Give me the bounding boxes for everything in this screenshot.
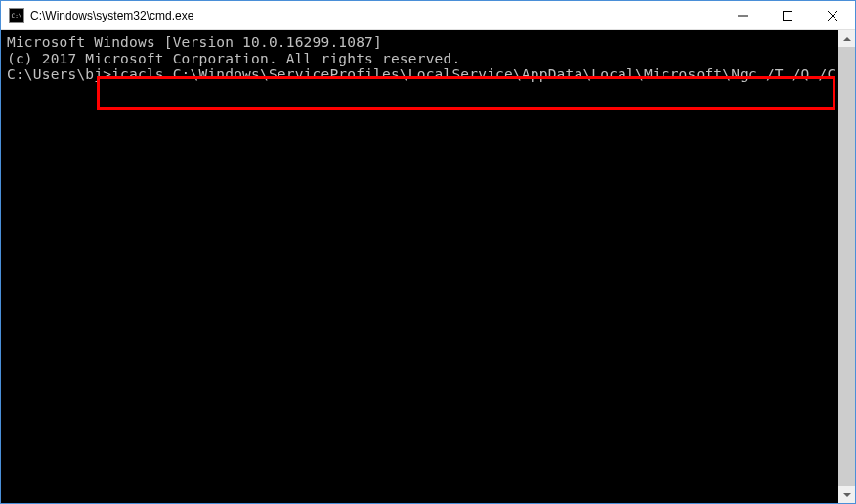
maximize-icon [783,11,792,21]
cmd-window: C:\Windows\system32\cmd.exe Microsoft [0,0,856,504]
cmd-icon [9,8,24,23]
vertical-scrollbar[interactable] [838,30,855,503]
minimize-button[interactable] [720,1,765,29]
close-icon [828,11,837,21]
console-prompt: C:\Users\bj> [7,66,111,82]
maximize-button[interactable] [765,1,810,29]
scrollbar-thumb[interactable] [838,47,855,486]
close-button[interactable] [810,1,855,29]
console-output-line: (c) 2017 Microsoft Corporation. All righ… [7,51,849,67]
window-title: C:\Windows\system32\cmd.exe [30,9,720,22]
scrollbar-up-button[interactable] [838,30,855,47]
scrollbar-down-button[interactable] [838,486,855,503]
console-area[interactable]: Microsoft Windows [Version 10.0.16299.10… [1,30,855,503]
chevron-down-icon [843,493,851,497]
minimize-icon [738,11,748,21]
console-content: Microsoft Windows [Version 10.0.16299.10… [1,30,855,87]
svg-rect-1 [784,11,792,20]
console-prompt-line: C:\Users\bj>icacls C:\Windows\ServicePro… [7,66,849,83]
chevron-up-icon [843,37,851,41]
window-controls [720,1,855,29]
console-output-line: Microsoft Windows [Version 10.0.16299.10… [7,34,849,51]
titlebar: C:\Windows\system32\cmd.exe [1,1,855,30]
console-command: icacls C:\Windows\ServiceProfiles\LocalS… [111,66,855,82]
